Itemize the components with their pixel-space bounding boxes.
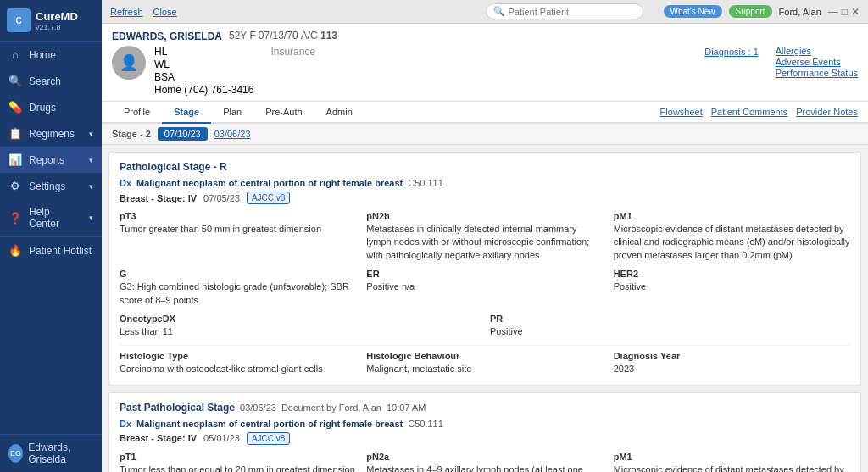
oncotype-cell: OncotypeDX Less than 11 [120,314,480,338]
pm-cell: pM1 Microscopic evidence of distant meta… [614,211,850,262]
past-stage-doc: Document by Ford, Alan [281,403,381,413]
stage-date-inactive[interactable]: 03/06/23 [214,129,251,139]
ajcc-badge: AJCC v8 [247,192,290,204]
minimize-icon[interactable]: — [828,6,838,18]
support-button[interactable]: Support [729,5,772,18]
regimens-icon: 📋 [8,127,22,140]
performance-status-link[interactable]: Performance Status [776,68,858,78]
pn-cell: pN2b Metastases in clinically detected i… [366,211,603,262]
allergies-title[interactable]: Allergies [776,46,858,56]
stage-date-active[interactable]: 07/10/23 [158,127,208,141]
drugs-icon: 💊 [8,101,22,114]
sidebar-item-home[interactable]: ⌂ Home [0,42,102,68]
sidebar-user[interactable]: EG Edwards, Griselda [0,435,102,472]
whats-new-button[interactable]: What's New [664,5,722,18]
sidebar-item-label: Regimens [29,128,75,140]
search-icon: 🔍 [8,75,22,87]
search-input[interactable] [509,7,636,17]
diagnosis-year-cell: Diagnosis Year 2023 [614,351,850,375]
breast-date: 07/05/23 [203,193,240,203]
sidebar-item-drugs[interactable]: 💊 Drugs [0,94,102,120]
past-pt-cell: pT1 Tumor less than or equal to 20 mm in… [120,452,356,472]
sidebar-item-label: Search [29,75,61,87]
stage-card-title: Pathological Stage - R [120,161,850,173]
patient-comments-link[interactable]: Patient Comments [711,107,787,117]
patient-name: EDWARDS, GRISELDA [112,29,222,42]
chevron-down-icon: ▾ [89,156,93,164]
sidebar-item-label: Home [29,49,56,61]
sidebar-logo: C CureMD v21.7.8 [0,0,102,42]
current-stage-card: Pathological Stage - R Dx Malignant neop… [108,152,861,386]
tab-profile[interactable]: Profile [112,102,162,124]
past-data-grid: pT1 Tumor less than or equal to 20 mm in… [120,452,850,472]
stage-data-grid: pT3 Tumor greater than 50 mm in greatest… [120,211,850,262]
past-stage-card: Past Pathological Stage 03/06/23 Documen… [108,392,861,472]
sidebar-item-reports[interactable]: 📊 Reports ▾ [0,147,102,173]
chevron-down-icon: ▾ [89,130,93,138]
provider-notes-link[interactable]: Provider Notes [796,107,858,117]
home-icon: ⌂ [8,48,22,61]
sidebar-item-hotlist[interactable]: 🔥 Patient Hotlist [0,236,102,264]
maximize-icon[interactable]: □ [842,6,848,18]
hotlist-icon: 🔥 [8,244,22,257]
close-link[interactable]: Close [153,7,177,17]
reports-icon: 📊 [8,153,22,166]
flowsheet-link[interactable]: Flowsheet [660,107,703,117]
her2-cell: HER2 Positive [614,269,850,307]
sidebar-bottom: EG Edwards, Griselda [0,434,102,472]
diagnosis-link[interactable]: Diagnosis : 1 [704,47,759,57]
stage-sub-row: Breast - Stage: IV 07/05/23 AJCC v8 [120,192,850,204]
histologic-grid: Histologic Type Carcinoma with osteoclas… [120,351,850,375]
past-stage-date: 03/06/23 [240,403,276,413]
stage-data-grid-2: G G3: High combined histologic grade (un… [120,269,850,307]
sidebar-item-label: Help Center [29,206,82,230]
past-dx-label: Dx [120,419,131,429]
past-stage-sub-row: Breast - Stage: IV 05/01/23 AJCC v8 [120,432,850,445]
topbar-user: Ford, Alan [779,7,821,17]
past-stage-header: Past Pathological Stage 03/06/23 Documen… [120,402,850,414]
sidebar-item-label: Patient Hotlist [29,245,92,257]
past-breast-date: 05/01/23 [203,433,240,443]
tab-admin[interactable]: Admin [314,102,364,124]
divider [120,345,850,346]
stage-bar: Stage - 2 07/10/23 03/06/23 [102,124,868,145]
past-dx-text: Malignant neoplasm of central portion of… [136,419,403,429]
patient-avatar: 👤 [112,46,146,80]
refresh-link[interactable]: Refresh [110,7,143,17]
content-area: Pathological Stage - R Dx Malignant neop… [102,145,868,472]
logo-icon: C [7,8,31,32]
sidebar-item-help[interactable]: ❓ Help Center ▾ [0,199,102,236]
avatar: EG [8,444,23,463]
past-dx-code: C50.111 [408,419,443,429]
diagnosis-col: Diagnosis : 1 [704,46,759,96]
sidebar-item-search[interactable]: 🔍 Search [0,68,102,94]
pr-cell: PR Positive [490,314,850,338]
adverse-events-link[interactable]: Adverse Events [776,57,858,67]
past-stage-label: Past Pathological Stage [120,402,235,414]
tab-stage[interactable]: Stage [162,102,211,124]
breast-stage: Breast - Stage: IV [120,193,197,203]
tab-right-links: Flowsheet Patient Comments Provider Note… [660,107,858,117]
dx-label: Dx [120,178,131,188]
allergy-section: Allergies Adverse Events Performance Sta… [776,46,858,96]
settings-icon: ⚙ [8,180,22,192]
tab-preauth[interactable]: Pre-Auth [253,102,314,124]
tab-plan[interactable]: Plan [211,102,253,124]
past-dx-row: Dx Malignant neoplasm of central portion… [120,419,850,429]
patient-age: 52Y F 07/13/70 A/C 113 [229,30,337,42]
er-cell: ER Positive n/a [366,269,603,307]
patient-name-row: EDWARDS, GRISELDA 52Y F 07/13/70 A/C 113 [112,29,858,42]
chevron-down-icon: ▾ [89,182,93,191]
past-pm-cell: pM1 Microscopic evidence of distant meta… [614,452,850,472]
dx-text: Malignant neoplasm of central portion of… [136,178,403,188]
stage-label: Stage - 2 [112,129,151,139]
sidebar-item-settings[interactable]: ⚙ Settings ▾ [0,173,102,199]
topbar-icons: — □ ✕ [828,6,860,18]
pt-cell: pT3 Tumor greater than 50 mm in greatest… [120,211,356,262]
sidebar-item-regimens[interactable]: 📋 Regimens ▾ [0,120,102,147]
topbar-right: What's New Support Ford, Alan — □ ✕ [664,5,860,18]
close-icon[interactable]: ✕ [851,6,860,18]
patient-info-row: 👤 HL WL BSA Home (704) 761-3416 Insuranc… [112,46,858,96]
chevron-down-icon: ▾ [89,214,93,222]
histologic-behaviour-cell: Histologic Behaviour Malignant, metastat… [366,351,603,375]
